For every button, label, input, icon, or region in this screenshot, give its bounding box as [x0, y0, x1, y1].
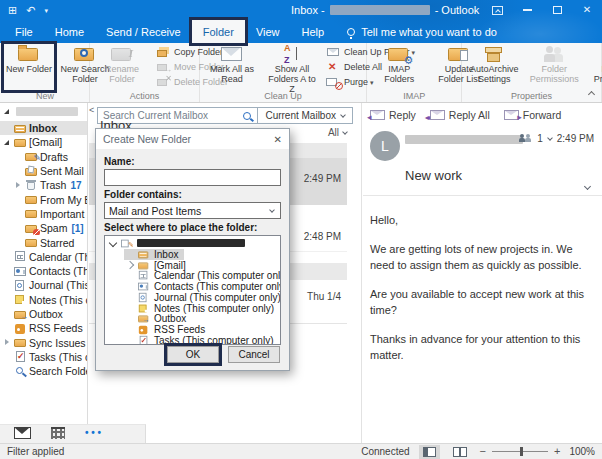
navigation-item[interactable] [14, 427, 31, 441]
tree-expander-icon[interactable] [126, 293, 135, 302]
ribbon-tab[interactable]: File [4, 20, 44, 43]
folder-item[interactable]: Spam [1] [0, 221, 87, 235]
qat-customize-icon[interactable]: ▾ [44, 7, 48, 14]
folder-name-input[interactable] [104, 169, 281, 186]
folder-item[interactable]: Contacts (This c... [0, 264, 87, 278]
folder-expander-icon[interactable] [14, 195, 23, 204]
undo-icon[interactable]: ↶ [26, 5, 35, 16]
folder-expander-icon[interactable] [14, 209, 23, 218]
dialog-tree-item[interactable]: RSS Feeds [124, 324, 211, 335]
folder-expander-icon[interactable] [3, 281, 12, 290]
folder-expander-icon[interactable] [3, 124, 12, 133]
ribbon-tab[interactable]: Send / Receive [95, 20, 192, 43]
folder-item[interactable]: Sync Issues (T... 2 [0, 335, 87, 349]
dialog-tree-item[interactable]: Contacts (This computer only) [124, 281, 281, 292]
folder-item[interactable]: From My Boss [0, 192, 87, 206]
folder-item[interactable]: Sent Mail [0, 164, 87, 178]
folder-item[interactable]: Starred [0, 235, 87, 249]
ribbon-tab[interactable]: Home [44, 20, 95, 43]
folder-item[interactable]: Tasks (This com... [0, 350, 87, 364]
ribbon-tab[interactable]: Help [291, 20, 336, 43]
folder-item[interactable]: Trash 17 [0, 178, 87, 192]
ribbon-button[interactable]: Show All Folders A to Z [263, 44, 321, 90]
folder-expander-icon[interactable] [3, 324, 12, 333]
folder-item[interactable]: Inbox [0, 121, 87, 135]
dialog-tree-item[interactable]: Calendar (This computer only) [124, 270, 281, 281]
ribbon-button[interactable]: Mark All as Read [203, 44, 261, 90]
tree-expander-icon[interactable] [126, 314, 135, 323]
folder-item[interactable]: Calendar (This c... [0, 250, 87, 264]
chevron-down-icon[interactable] [547, 135, 553, 141]
zoom-slider[interactable] [492, 451, 548, 452]
close-button[interactable]: ✕ [572, 0, 602, 20]
maximize-button[interactable] [542, 0, 572, 20]
folder-expander-icon[interactable] [3, 267, 12, 276]
ribbon-button[interactable]: AutoArchive Settings [465, 44, 523, 90]
tree-expander-icon[interactable] [126, 282, 135, 291]
folder-item[interactable]: Search Folders [0, 364, 87, 378]
forward-button[interactable]: Forward [504, 109, 562, 121]
folder-expander-icon[interactable] [3, 352, 12, 361]
ok-button[interactable]: OK [167, 346, 219, 363]
zoom-slider-thumb[interactable] [520, 447, 523, 456]
reading-view-button[interactable] [449, 445, 471, 459]
tree-expander-icon[interactable] [126, 250, 135, 259]
dialog-tree-item[interactable]: Outbox [124, 314, 192, 325]
dialog-close-icon[interactable]: ✕ [274, 134, 282, 145]
folder-expander-icon[interactable] [14, 224, 23, 233]
account-header[interactable] [0, 103, 87, 119]
ribbon-button[interactable]: New Folder [4, 44, 54, 90]
reply-button[interactable]: Reply [370, 109, 416, 121]
normal-view-button[interactable] [419, 445, 440, 459]
filter-dropdown[interactable]: All [328, 127, 347, 138]
tree-expander-icon[interactable] [126, 260, 135, 269]
zoom-out-button[interactable]: − [480, 446, 486, 457]
expand-header-icon[interactable] [584, 183, 591, 190]
dialog-tree-item[interactable]: Journal (This computer only) [124, 292, 281, 303]
tree-expander-icon[interactable] [126, 271, 135, 280]
tree-expander-icon[interactable] [126, 304, 135, 313]
tree-expander-icon[interactable] [126, 336, 135, 345]
search-scope-dropdown[interactable]: Current Mailbox [257, 108, 352, 123]
ribbon-display-options-button[interactable] [482, 0, 512, 20]
reply-all-button[interactable]: Reply All [430, 109, 490, 121]
folder-expander-icon[interactable] [3, 252, 12, 261]
folder-expander-icon[interactable] [3, 338, 12, 347]
dialog-tree-item[interactable]: Inbox [124, 249, 184, 260]
dialog-tree-item[interactable]: Notes (This computer only) [124, 303, 280, 314]
tell-me-box[interactable]: Tell me what you want to do [335, 20, 497, 43]
folder-expander-icon[interactable] [3, 310, 12, 319]
folder-expander-icon[interactable] [14, 181, 23, 190]
dialog-tree-item[interactable]: Tasks (This computer only) [124, 335, 279, 345]
ribbon-button[interactable]: Folder Properties [585, 44, 602, 90]
folder-expander-icon[interactable] [14, 167, 23, 176]
cancel-button[interactable]: Cancel [228, 346, 280, 363]
folder-contains-dropdown[interactable]: Mail and Post Items [104, 202, 281, 219]
app-icon[interactable]: ⊞ [8, 5, 17, 16]
folder-item[interactable]: [Gmail] [0, 135, 87, 149]
ribbon-button[interactable]: IMAP Folders [370, 44, 428, 90]
folder-expander-icon[interactable] [3, 138, 12, 147]
navigation-item[interactable] [51, 427, 65, 441]
folder-item[interactable]: Notes (This co... [0, 293, 87, 307]
minimize-folder-pane-icon[interactable]: < [89, 105, 94, 115]
navigation-item[interactable] [85, 428, 105, 440]
folder-item[interactable]: Journal (This co... [0, 278, 87, 292]
tree-expander-icon[interactable] [109, 239, 118, 248]
dialog-tree-item[interactable]: [Gmail] [124, 260, 192, 271]
folder-expander-icon[interactable] [3, 295, 12, 304]
folder-item[interactable]: Drafts [0, 150, 87, 164]
tree-expander-icon[interactable] [126, 325, 135, 334]
ribbon-button[interactable]: Folder Permissions [525, 44, 583, 90]
folder-item[interactable]: Important [0, 207, 87, 221]
account-expander-icon[interactable] [3, 107, 12, 116]
collapse-ribbon-icon[interactable] [588, 90, 595, 97]
folder-expander-icon[interactable] [14, 152, 23, 161]
folder-expander-icon[interactable] [14, 238, 23, 247]
dialog-tree-item[interactable] [107, 238, 251, 249]
folder-item[interactable]: Outbox [0, 307, 87, 321]
zoom-in-button[interactable]: + [554, 446, 560, 457]
folder-expander-icon[interactable] [3, 367, 12, 376]
search-icon[interactable] [243, 112, 251, 120]
ribbon-tab[interactable]: View [245, 20, 291, 43]
